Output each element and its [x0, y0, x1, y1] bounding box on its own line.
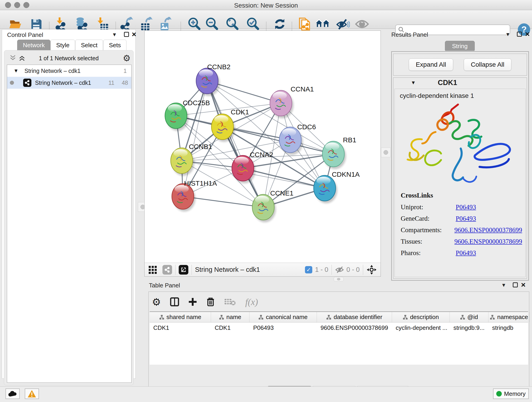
- protein-node[interactable]: [279, 127, 303, 155]
- zoom-in-icon[interactable]: [187, 17, 202, 32]
- table-row[interactable]: CDK1CDK1P064939606.ENSP00000378699cyclin…: [150, 322, 528, 333]
- zoom-selected-icon[interactable]: [246, 17, 260, 32]
- protein-node[interactable]: [252, 194, 276, 222]
- table-panel: Table Panel ▾ × ⚙ f(x) shared namenameca…: [144, 280, 532, 386]
- add-column-icon[interactable]: [188, 298, 197, 306]
- birdseye-navigator-icon[interactable]: [366, 264, 377, 275]
- column-header[interactable]: namespace: [488, 312, 530, 322]
- column-header-label: @id: [467, 313, 478, 321]
- crosslink-label: Uniprot:: [401, 203, 456, 211]
- protein-node[interactable]: [232, 155, 255, 183]
- warnings-button[interactable]: [25, 389, 39, 399]
- crosslink-link[interactable]: 9606.ENSP00000378699: [454, 226, 522, 234]
- crosslink-row: Compartments:9606.ENSP00000378699: [401, 226, 522, 234]
- panel-menu-icon[interactable]: ▾: [506, 31, 509, 38]
- selected-checkbox-icon[interactable]: ✓: [305, 266, 312, 274]
- close-panel-icon[interactable]: ×: [525, 32, 530, 36]
- zoom-out-icon[interactable]: [205, 17, 219, 32]
- protein-node[interactable]: [270, 90, 293, 118]
- network-edge[interactable]: [183, 81, 207, 196]
- tab-sets[interactable]: Sets: [103, 40, 127, 51]
- panel-menu-icon[interactable]: ▾: [502, 281, 505, 288]
- detach-view-icon[interactable]: [179, 265, 188, 274]
- network-view: CCNB2CCNA1CDC25BCDK1CDC6RB1CCNB1CCNA2CDK…: [144, 31, 381, 277]
- column-header[interactable]: name: [211, 312, 249, 322]
- tab-style[interactable]: Style: [51, 40, 75, 51]
- float-panel-icon[interactable]: [517, 32, 522, 37]
- table-header-row[interactable]: shared namenamecanonical namedatabase id…: [150, 312, 528, 322]
- protein-node[interactable]: [196, 68, 220, 96]
- node-count: 11: [108, 80, 114, 86]
- cloud-status-button[interactable]: [6, 389, 20, 399]
- cdk1-section-header[interactable]: ▼ CDK1: [393, 78, 527, 88]
- table-cell[interactable]: CDK1: [211, 322, 249, 333]
- tab-network[interactable]: Network: [17, 40, 51, 51]
- column-header[interactable]: database identifier: [317, 312, 392, 322]
- column-header[interactable]: canonical name: [249, 312, 317, 322]
- split-columns-icon[interactable]: [170, 297, 179, 306]
- table-cell[interactable]: stringdb: [488, 322, 530, 333]
- selected-nodes-edges: 1 - 0: [315, 266, 328, 274]
- column-header-label: shared name: [167, 313, 201, 321]
- table-cell[interactable]: cyclin-dependent ...: [392, 322, 450, 333]
- column-header[interactable]: shared name: [150, 312, 211, 322]
- network-edge[interactable]: [207, 81, 263, 207]
- memory-button[interactable]: Memory: [493, 389, 529, 399]
- tab-string[interactable]: String: [445, 41, 475, 51]
- gear-icon[interactable]: ⚙: [123, 53, 131, 63]
- edge-count: 48: [122, 80, 128, 86]
- crosslink-link[interactable]: P06493: [456, 249, 476, 257]
- column-header[interactable]: @id: [450, 312, 488, 322]
- close-panel-icon[interactable]: ×: [521, 282, 526, 287]
- export-image-icon[interactable]: [158, 17, 173, 32]
- export-table-icon[interactable]: [139, 17, 153, 32]
- close-panel-icon[interactable]: ×: [132, 32, 136, 37]
- crosslink-link[interactable]: 9606.ENSP00000378699: [454, 238, 522, 245]
- network-row[interactable]: String Network – cdk1 11 48: [7, 77, 131, 89]
- memory-status-icon: [496, 391, 502, 396]
- network-view-toolbar: String Network – cdk1 ✓ 1 - 0 0 - 0: [145, 263, 380, 276]
- zoom-fit-icon[interactable]: [225, 17, 240, 32]
- panel-menu-icon[interactable]: ▾: [113, 31, 116, 38]
- protein-node[interactable]: [314, 175, 337, 203]
- show-all-icon[interactable]: [355, 17, 369, 32]
- network-overview-icon[interactable]: [162, 265, 172, 274]
- table-cell[interactable]: CDK1: [150, 322, 211, 333]
- protein-node[interactable]: [165, 103, 189, 131]
- node-label: CCNE1: [270, 189, 293, 197]
- float-panel-icon[interactable]: [124, 32, 129, 37]
- protein-node[interactable]: [211, 114, 235, 142]
- network-list: ▼ String Network – cdk1 1 String Network…: [7, 65, 132, 383]
- results-tabs: String: [389, 41, 530, 51]
- network-canvas-svg[interactable]: CCNB2CCNA1CDC25BCDK1CDC6RB1CCNB1CCNA2CDK…: [145, 31, 380, 263]
- string-document-icon[interactable]: [297, 17, 312, 32]
- status-bar: Memory: [0, 386, 532, 402]
- grid-view-icon[interactable]: [148, 265, 158, 274]
- column-header[interactable]: description: [392, 312, 450, 322]
- delete-column-icon[interactable]: [206, 297, 215, 307]
- collapse-caret-icon[interactable]: ▼: [411, 80, 416, 86]
- protein-node[interactable]: [172, 184, 196, 211]
- network-collection-row[interactable]: ▼ String Network – cdk1 1: [7, 65, 131, 77]
- collection-count: 1: [123, 68, 127, 74]
- collapse-all-button[interactable]: Collapse All: [464, 58, 511, 71]
- gear-icon[interactable]: ⚙: [152, 296, 161, 308]
- table-cell[interactable]: 9606.ENSP00000378699: [317, 322, 392, 333]
- column-type-node-icon: [259, 315, 264, 320]
- protein-node[interactable]: [322, 141, 346, 169]
- crosslink-link[interactable]: P06493: [456, 203, 476, 211]
- expand-all-button[interactable]: Expand All: [409, 58, 453, 71]
- node-table: shared namenamecanonical namedatabase id…: [150, 312, 528, 365]
- table-cell[interactable]: stringdb:9...: [450, 322, 488, 333]
- home-icon[interactable]: [315, 17, 330, 32]
- tab-select[interactable]: Select: [75, 40, 103, 51]
- collapse-caret-icon[interactable]: ▼: [13, 68, 19, 74]
- hide-selected-icon[interactable]: [336, 17, 350, 32]
- protein-node[interactable]: [171, 148, 194, 176]
- refresh-icon[interactable]: [272, 17, 287, 32]
- title-bar: Session: New Session: [0, 0, 532, 10]
- crosslink-link[interactable]: P06493: [456, 215, 476, 222]
- right-splitter-handle[interactable]: [381, 148, 391, 157]
- table-cell[interactable]: P06493: [249, 322, 317, 333]
- float-panel-icon[interactable]: [513, 282, 518, 287]
